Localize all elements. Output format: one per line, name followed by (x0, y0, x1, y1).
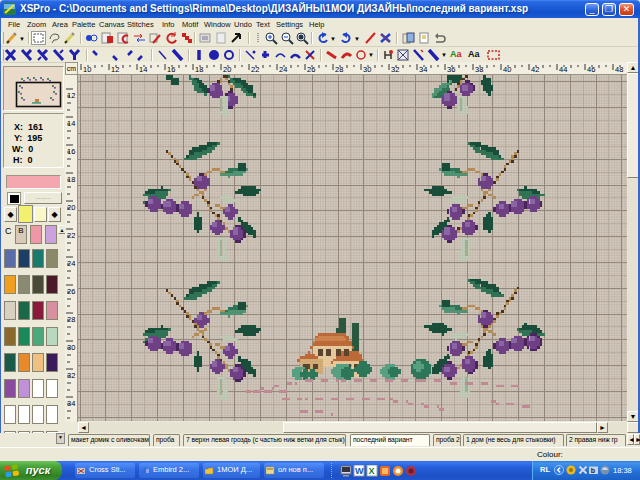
svg-text:34: 34 (67, 399, 75, 408)
svg-text:30: 30 (363, 65, 371, 74)
svg-text:26: 26 (307, 65, 315, 74)
svg-text:32: 32 (391, 65, 399, 74)
svg-text:14: 14 (67, 119, 75, 128)
svg-text:X: X (369, 466, 375, 476)
svg-text:36: 36 (447, 65, 455, 74)
svg-text:14: 14 (139, 65, 147, 74)
svg-text:24: 24 (279, 65, 287, 74)
svg-text:20: 20 (67, 203, 75, 212)
svg-text:12: 12 (67, 91, 75, 100)
svg-text:18: 18 (67, 175, 75, 184)
svg-text:48: 48 (615, 65, 623, 74)
svg-text:38: 38 (475, 65, 483, 74)
svg-text:32: 32 (67, 371, 75, 380)
svg-text:b: b (591, 467, 595, 474)
svg-text:40: 40 (503, 65, 511, 74)
svg-text:18: 18 (195, 65, 203, 74)
svg-text:42: 42 (531, 65, 539, 74)
svg-text:22: 22 (251, 65, 259, 74)
svg-text:44: 44 (559, 65, 567, 74)
svg-text:12: 12 (111, 65, 119, 74)
svg-text:20: 20 (223, 65, 231, 74)
svg-text:W: W (355, 466, 364, 476)
svg-text:22: 22 (67, 231, 75, 240)
svg-text:10: 10 (83, 65, 91, 74)
svg-text:26: 26 (67, 287, 75, 296)
svg-text:28: 28 (67, 315, 75, 324)
svg-text:24: 24 (67, 259, 75, 268)
svg-text:46: 46 (587, 65, 595, 74)
svg-text:16: 16 (67, 147, 75, 156)
svg-text:30: 30 (67, 343, 75, 352)
svg-text:34: 34 (419, 65, 427, 74)
svg-text:28: 28 (335, 65, 343, 74)
svg-text:16: 16 (167, 65, 175, 74)
